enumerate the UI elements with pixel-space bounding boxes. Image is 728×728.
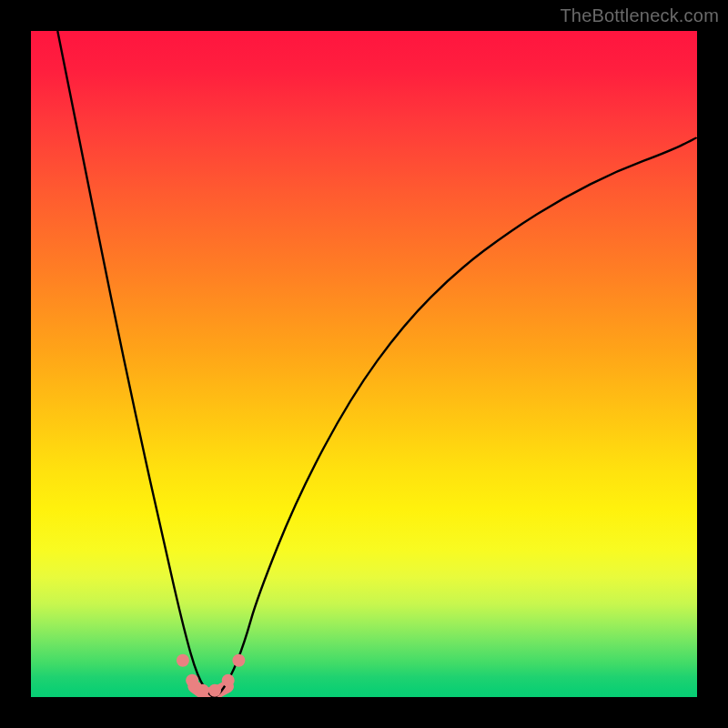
plot-area — [31, 31, 697, 697]
watermark-text: TheBottleneck.com — [560, 5, 719, 26]
highlight-point — [186, 674, 198, 687]
highlight-point — [222, 674, 235, 687]
chart-frame: TheBottleneck.com — [0, 0, 728, 728]
highlight-point — [232, 654, 245, 667]
chart-overlay — [31, 31, 697, 697]
highlight-point — [197, 684, 209, 697]
highlight-points — [177, 654, 245, 697]
highlight-point — [177, 654, 189, 667]
highlight-point — [208, 684, 221, 697]
bottleneck-curve — [57, 31, 697, 697]
